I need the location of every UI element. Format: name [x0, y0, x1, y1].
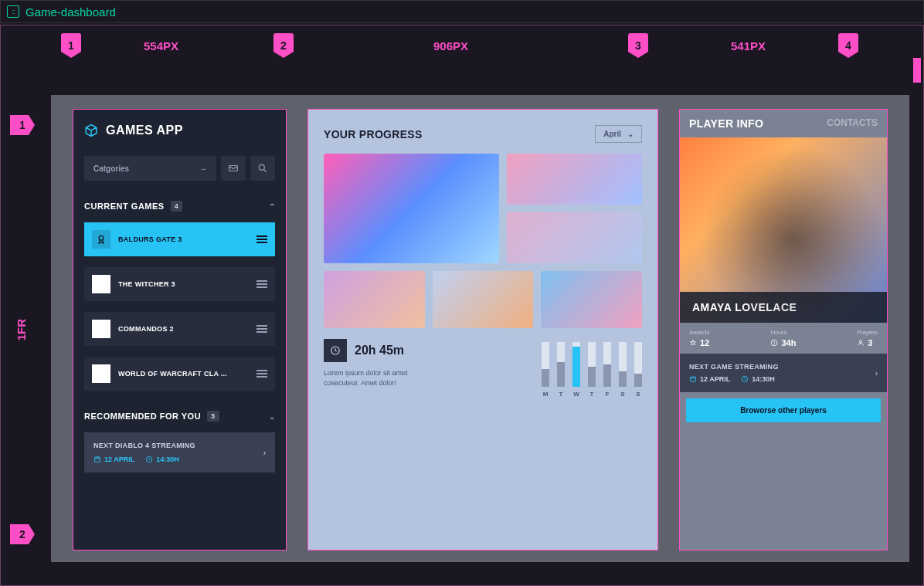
categories-button[interactable]: Catgories → — [84, 156, 216, 181]
star-icon — [92, 320, 110, 338]
bar-f[interactable]: F — [603, 342, 611, 398]
search-button[interactable] — [250, 156, 275, 181]
col-marker-3[interactable]: 3 — [628, 33, 648, 58]
bar-m[interactable]: M — [542, 342, 549, 398]
stat-awards: Awards 12 — [689, 329, 710, 347]
grid-canvas[interactable]: GAMES APP Catgories → CURRENT GAMES 4 — [51, 95, 909, 562]
svg-rect-8 — [691, 377, 696, 381]
player-info-title: PLAYER INFO — [689, 117, 763, 130]
chevron-up-icon: ⌃ — [269, 202, 276, 211]
svg-point-7 — [860, 340, 862, 343]
next-stream-title: NEXT DIABLO 4 STREAMING — [93, 442, 266, 449]
row-ruler: 1 1FR 2 — [1, 95, 39, 585]
progress-description: Lorem ipsum dolor sit amet cosecuteur. A… — [324, 368, 424, 388]
progress-title: YOUR PROGRESS — [324, 128, 423, 141]
month-selector[interactable]: April ⌄ — [595, 125, 642, 143]
stat-hours: Hours 34h — [770, 329, 796, 347]
current-count: 4 — [171, 201, 183, 212]
sidebar-title: GAMES APP — [106, 124, 183, 137]
bar-s[interactable]: S — [619, 342, 627, 398]
col-marker-4[interactable]: 4 — [838, 33, 858, 58]
time-played: 20h 45m — [324, 339, 424, 362]
star-icon — [689, 339, 697, 347]
game-label: THE WITCHER 3 — [118, 280, 249, 288]
game-item-wow[interactable]: WORLD OF WARCRAFT CLA ... — [84, 357, 275, 391]
grid-icon — [7, 5, 19, 18]
col-marker-2[interactable]: 2 — [273, 33, 294, 58]
app-title-bar: Game-dashboard — [0, 0, 924, 23]
clock-icon — [770, 339, 778, 347]
time-value: 20h 45m — [355, 344, 404, 357]
next-time: 14:30H — [741, 375, 775, 383]
menu-icon[interactable] — [256, 370, 267, 378]
svg-point-2 — [99, 235, 104, 240]
recommended-count: 3 — [207, 411, 219, 422]
calendar-icon — [689, 375, 697, 383]
thumbnail-1[interactable] — [324, 154, 499, 263]
player-stats: Awards 12 Hours 34h Players 3 — [680, 323, 887, 354]
col-marker-edge[interactable] — [913, 58, 921, 83]
sidebar-panel: GAMES APP Catgories → CURRENT GAMES 4 — [73, 109, 287, 550]
users-icon — [857, 339, 865, 347]
next-date: 12 APRIL — [93, 456, 134, 463]
bar-s[interactable]: S — [634, 342, 642, 398]
thumbnail-4[interactable] — [324, 271, 425, 328]
svg-point-1 — [259, 164, 264, 170]
current-games-title: CURRENT GAMES — [84, 202, 165, 211]
design-canvas: 1 554PX 2 906PX 3 541PX 4 1 1FR 2 GAMES … — [0, 25, 924, 586]
sidebar-controls: Catgories → — [84, 156, 275, 181]
sidebar-header: GAMES APP — [84, 124, 275, 137]
col-width-3: 541PX — [731, 39, 766, 53]
thumbnail-6[interactable] — [541, 271, 642, 328]
player-header: PLAYER INFO CONTACTS — [680, 110, 887, 137]
star-icon — [92, 275, 110, 293]
categories-label: Catgories — [93, 164, 129, 173]
game-item-baldurs-gate[interactable]: BALDURS GATE 3 — [84, 222, 275, 256]
game-item-witcher[interactable]: THE WITCHER 3 — [84, 267, 275, 301]
game-item-commandos[interactable]: COMMANDOS 2 — [84, 312, 275, 346]
row-height-1: 1FR — [15, 319, 28, 340]
clock-icon — [324, 339, 347, 362]
month-label: April — [603, 130, 621, 138]
clock-icon — [741, 375, 749, 383]
app-title: Game-dashboard — [25, 5, 116, 19]
inbox-button[interactable] — [221, 156, 246, 181]
next-stream-card[interactable]: NEXT DIABLO 4 STREAMING 12 APRIL 14:30H … — [84, 432, 275, 473]
game-label: BALDURS GATE 3 — [118, 235, 249, 243]
bar-t[interactable]: T — [557, 342, 565, 398]
browse-players-button[interactable]: Broworse other players — [686, 398, 881, 422]
menu-icon[interactable] — [256, 325, 267, 333]
calendar-icon — [93, 456, 101, 463]
thumbnail-5[interactable] — [433, 271, 534, 328]
weekly-chart: MTWTFSS — [440, 339, 642, 398]
col-width-2: 906PX — [433, 39, 468, 53]
stat-players: Players 3 — [857, 329, 878, 347]
chevron-right-icon: › — [875, 369, 878, 378]
contacts-tab[interactable]: CONTACTS — [827, 117, 878, 130]
bar-t[interactable]: T — [588, 342, 596, 398]
game-label: WORLD OF WARCRAFT CLA ... — [118, 370, 249, 378]
bar-w[interactable]: W — [572, 342, 580, 398]
next-date: 12 APRIL — [689, 375, 730, 383]
row-marker-2[interactable]: 2 — [10, 524, 35, 544]
column-ruler: 1 554PX 2 906PX 3 541PX 4 — [1, 25, 923, 70]
thumbnail-3[interactable] — [507, 212, 642, 263]
svg-rect-3 — [95, 457, 100, 462]
chevron-down-icon: ⌄ — [627, 130, 634, 138]
next-time: 14:30H — [145, 456, 179, 463]
menu-icon[interactable] — [256, 235, 267, 243]
col-marker-1[interactable]: 1 — [61, 33, 81, 58]
current-games-header[interactable]: CURRENT GAMES 4 ⌃ — [84, 201, 275, 212]
game-label: COMMANDOS 2 — [118, 325, 249, 333]
star-icon — [92, 364, 110, 383]
col-width-1: 554PX — [144, 39, 178, 53]
chevron-right-icon: › — [263, 449, 266, 457]
row-marker-1[interactable]: 1 — [10, 115, 35, 135]
medal-icon — [92, 230, 110, 249]
recommended-header[interactable]: RECOMMENDED FOR YOU 3 ⌄ — [84, 411, 275, 422]
thumbnail-2[interactable] — [507, 154, 642, 205]
recommended-title: RECOMMENDED FOR YOU — [84, 412, 201, 421]
player-next-stream[interactable]: NEXT GAME STREAMING 12 APRIL 14:30H › — [680, 354, 887, 392]
menu-icon[interactable] — [256, 280, 267, 288]
player-panel: PLAYER INFO CONTACTS AMAYA LOVELACE Awar… — [679, 109, 888, 550]
